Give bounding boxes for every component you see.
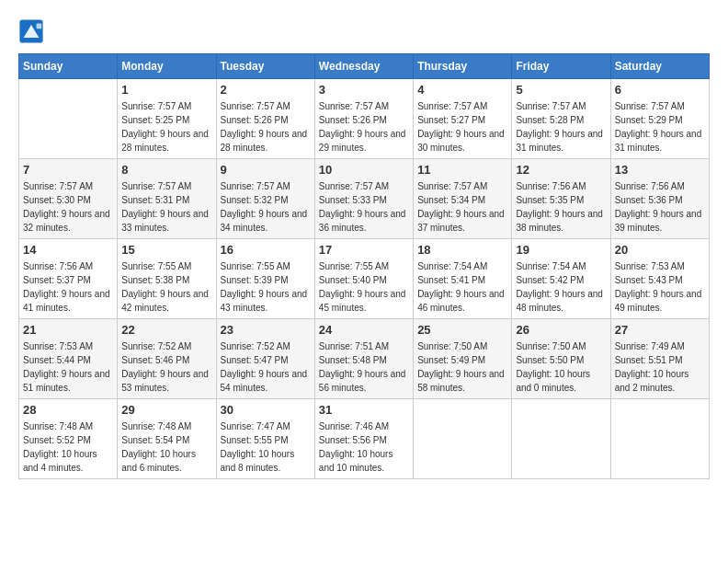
calendar-cell: 6Sunrise: 7:57 AMSunset: 5:29 PMDaylight… bbox=[610, 79, 709, 159]
day-number: 9 bbox=[221, 163, 311, 177]
header-wednesday: Wednesday bbox=[314, 54, 413, 79]
day-number: 19 bbox=[516, 243, 606, 257]
day-number: 18 bbox=[417, 243, 507, 257]
day-number: 8 bbox=[121, 163, 211, 177]
day-number: 26 bbox=[516, 323, 606, 337]
header-sunday: Sunday bbox=[19, 54, 118, 79]
day-info: Sunrise: 7:55 AMSunset: 5:38 PMDaylight:… bbox=[121, 259, 211, 315]
calendar-cell: 17Sunrise: 7:55 AMSunset: 5:40 PMDayligh… bbox=[314, 239, 413, 319]
day-number: 4 bbox=[417, 83, 507, 97]
header-saturday: Saturday bbox=[610, 54, 709, 79]
day-info: Sunrise: 7:48 AMSunset: 5:54 PMDaylight:… bbox=[121, 419, 211, 475]
day-info: Sunrise: 7:57 AMSunset: 5:27 PMDaylight:… bbox=[417, 99, 507, 155]
calendar-cell: 12Sunrise: 7:56 AMSunset: 5:35 PMDayligh… bbox=[512, 159, 610, 239]
header-friday: Friday bbox=[512, 54, 610, 79]
calendar-cell: 3Sunrise: 7:57 AMSunset: 5:26 PMDaylight… bbox=[314, 79, 413, 159]
calendar-cell: 22Sunrise: 7:52 AMSunset: 5:46 PMDayligh… bbox=[118, 319, 216, 399]
day-number: 14 bbox=[23, 243, 113, 257]
day-info: Sunrise: 7:53 AMSunset: 5:43 PMDaylight:… bbox=[615, 259, 705, 315]
calendar-week-2: 7Sunrise: 7:57 AMSunset: 5:30 PMDaylight… bbox=[19, 159, 710, 239]
day-number: 22 bbox=[121, 323, 211, 337]
calendar-cell: 15Sunrise: 7:55 AMSunset: 5:38 PMDayligh… bbox=[118, 239, 216, 319]
day-number: 23 bbox=[221, 323, 311, 337]
day-info: Sunrise: 7:52 AMSunset: 5:46 PMDaylight:… bbox=[121, 339, 211, 395]
day-number: 7 bbox=[23, 163, 113, 177]
day-info: Sunrise: 7:56 AMSunset: 5:37 PMDaylight:… bbox=[23, 259, 113, 315]
day-number: 30 bbox=[221, 403, 311, 417]
calendar-cell: 26Sunrise: 7:50 AMSunset: 5:50 PMDayligh… bbox=[512, 319, 610, 399]
day-number: 16 bbox=[221, 243, 311, 257]
calendar-week-4: 21Sunrise: 7:53 AMSunset: 5:44 PMDayligh… bbox=[19, 319, 710, 399]
calendar-cell bbox=[610, 399, 709, 479]
day-info: Sunrise: 7:51 AMSunset: 5:48 PMDaylight:… bbox=[319, 339, 409, 395]
calendar-cell: 23Sunrise: 7:52 AMSunset: 5:47 PMDayligh… bbox=[216, 319, 314, 399]
header-tuesday: Tuesday bbox=[216, 54, 314, 79]
day-number: 20 bbox=[615, 243, 705, 257]
logo bbox=[18, 18, 48, 44]
day-info: Sunrise: 7:57 AMSunset: 5:28 PMDaylight:… bbox=[516, 99, 606, 155]
day-info: Sunrise: 7:57 AMSunset: 5:31 PMDaylight:… bbox=[121, 179, 211, 235]
day-number: 3 bbox=[319, 83, 409, 97]
calendar-cell: 24Sunrise: 7:51 AMSunset: 5:48 PMDayligh… bbox=[314, 319, 413, 399]
day-number: 29 bbox=[121, 403, 211, 417]
day-info: Sunrise: 7:57 AMSunset: 5:32 PMDaylight:… bbox=[221, 179, 311, 235]
day-info: Sunrise: 7:53 AMSunset: 5:44 PMDaylight:… bbox=[23, 339, 113, 395]
day-info: Sunrise: 7:52 AMSunset: 5:47 PMDaylight:… bbox=[221, 339, 311, 395]
day-number: 1 bbox=[121, 83, 211, 97]
calendar-cell: 30Sunrise: 7:47 AMSunset: 5:55 PMDayligh… bbox=[216, 399, 314, 479]
day-number: 13 bbox=[615, 163, 705, 177]
calendar-cell: 27Sunrise: 7:49 AMSunset: 5:51 PMDayligh… bbox=[610, 319, 709, 399]
day-info: Sunrise: 7:54 AMSunset: 5:41 PMDaylight:… bbox=[417, 259, 507, 315]
calendar-cell: 7Sunrise: 7:57 AMSunset: 5:30 PMDaylight… bbox=[19, 159, 118, 239]
day-number: 15 bbox=[121, 243, 211, 257]
day-number: 25 bbox=[417, 323, 507, 337]
header-thursday: Thursday bbox=[414, 54, 512, 79]
day-info: Sunrise: 7:57 AMSunset: 5:30 PMDaylight:… bbox=[23, 179, 113, 235]
calendar-cell: 21Sunrise: 7:53 AMSunset: 5:44 PMDayligh… bbox=[19, 319, 118, 399]
day-info: Sunrise: 7:57 AMSunset: 5:29 PMDaylight:… bbox=[615, 99, 705, 155]
calendar-cell: 28Sunrise: 7:48 AMSunset: 5:52 PMDayligh… bbox=[19, 399, 118, 479]
calendar-cell: 11Sunrise: 7:57 AMSunset: 5:34 PMDayligh… bbox=[414, 159, 512, 239]
day-number: 28 bbox=[23, 403, 113, 417]
day-info: Sunrise: 7:50 AMSunset: 5:49 PMDaylight:… bbox=[417, 339, 507, 395]
day-info: Sunrise: 7:48 AMSunset: 5:52 PMDaylight:… bbox=[23, 419, 113, 475]
day-number: 11 bbox=[417, 163, 507, 177]
calendar-cell: 2Sunrise: 7:57 AMSunset: 5:26 PMDaylight… bbox=[216, 79, 314, 159]
day-number: 27 bbox=[615, 323, 705, 337]
day-info: Sunrise: 7:57 AMSunset: 5:26 PMDaylight:… bbox=[319, 99, 409, 155]
day-info: Sunrise: 7:54 AMSunset: 5:42 PMDaylight:… bbox=[516, 259, 606, 315]
day-info: Sunrise: 7:49 AMSunset: 5:51 PMDaylight:… bbox=[615, 339, 705, 395]
day-number: 5 bbox=[516, 83, 606, 97]
calendar-cell: 5Sunrise: 7:57 AMSunset: 5:28 PMDaylight… bbox=[512, 79, 610, 159]
day-info: Sunrise: 7:57 AMSunset: 5:33 PMDaylight:… bbox=[319, 179, 409, 235]
day-number: 6 bbox=[615, 83, 705, 97]
calendar-cell: 16Sunrise: 7:55 AMSunset: 5:39 PMDayligh… bbox=[216, 239, 314, 319]
day-number: 31 bbox=[319, 403, 409, 417]
calendar-cell: 18Sunrise: 7:54 AMSunset: 5:41 PMDayligh… bbox=[414, 239, 512, 319]
day-number: 21 bbox=[23, 323, 113, 337]
calendar-cell: 31Sunrise: 7:46 AMSunset: 5:56 PMDayligh… bbox=[314, 399, 413, 479]
day-info: Sunrise: 7:56 AMSunset: 5:36 PMDaylight:… bbox=[615, 179, 705, 235]
calendar-cell: 1Sunrise: 7:57 AMSunset: 5:25 PMDaylight… bbox=[118, 79, 216, 159]
day-info: Sunrise: 7:46 AMSunset: 5:56 PMDaylight:… bbox=[319, 419, 409, 475]
calendar-cell: 20Sunrise: 7:53 AMSunset: 5:43 PMDayligh… bbox=[610, 239, 709, 319]
day-info: Sunrise: 7:57 AMSunset: 5:34 PMDaylight:… bbox=[417, 179, 507, 235]
day-info: Sunrise: 7:50 AMSunset: 5:50 PMDaylight:… bbox=[516, 339, 606, 395]
day-number: 12 bbox=[516, 163, 606, 177]
logo-icon bbox=[18, 18, 44, 44]
day-info: Sunrise: 7:57 AMSunset: 5:26 PMDaylight:… bbox=[221, 99, 311, 155]
calendar-cell: 19Sunrise: 7:54 AMSunset: 5:42 PMDayligh… bbox=[512, 239, 610, 319]
calendar-cell: 29Sunrise: 7:48 AMSunset: 5:54 PMDayligh… bbox=[118, 399, 216, 479]
day-info: Sunrise: 7:57 AMSunset: 5:25 PMDaylight:… bbox=[121, 99, 211, 155]
svg-rect-2 bbox=[37, 24, 42, 29]
calendar-cell bbox=[512, 399, 610, 479]
calendar-cell: 10Sunrise: 7:57 AMSunset: 5:33 PMDayligh… bbox=[314, 159, 413, 239]
day-number: 24 bbox=[319, 323, 409, 337]
calendar-cell: 13Sunrise: 7:56 AMSunset: 5:36 PMDayligh… bbox=[610, 159, 709, 239]
calendar-cell bbox=[19, 79, 118, 159]
calendar-cell: 9Sunrise: 7:57 AMSunset: 5:32 PMDaylight… bbox=[216, 159, 314, 239]
header-monday: Monday bbox=[118, 54, 216, 79]
day-number: 10 bbox=[319, 163, 409, 177]
day-info: Sunrise: 7:56 AMSunset: 5:35 PMDaylight:… bbox=[516, 179, 606, 235]
calendar-cell bbox=[414, 399, 512, 479]
